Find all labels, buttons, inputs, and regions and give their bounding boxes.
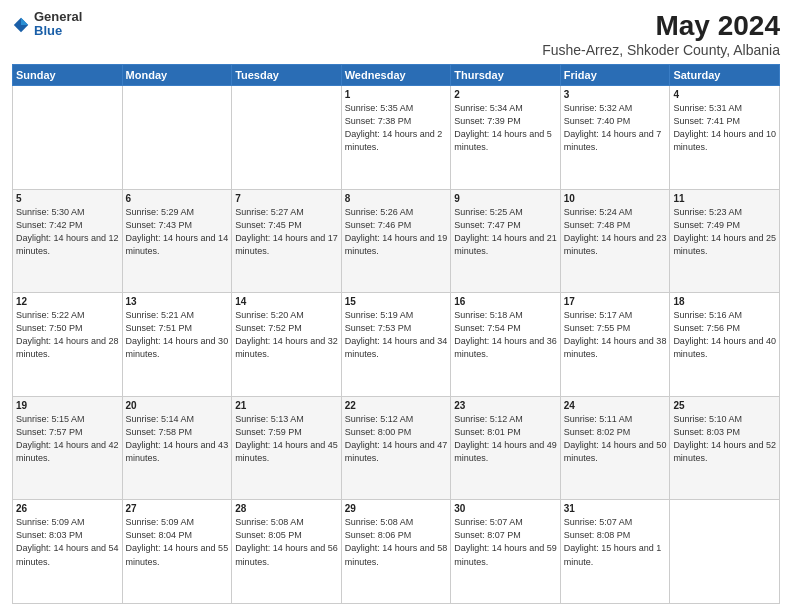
header-monday: Monday [122,65,232,86]
day-number: 9 [454,193,557,204]
cell-1-3: 8 Sunrise: 5:26 AMSunset: 7:46 PMDayligh… [341,189,451,293]
day-number: 15 [345,296,448,307]
day-number: 13 [126,296,229,307]
day-number: 2 [454,89,557,100]
day-number: 24 [564,400,667,411]
cell-3-0: 19 Sunrise: 5:15 AMSunset: 7:57 PMDaylig… [13,396,123,500]
day-info: Sunrise: 5:14 AMSunset: 7:58 PMDaylight:… [126,413,229,465]
logo-blue-text: Blue [34,24,82,38]
cell-1-4: 9 Sunrise: 5:25 AMSunset: 7:47 PMDayligh… [451,189,561,293]
day-info: Sunrise: 5:32 AMSunset: 7:40 PMDaylight:… [564,102,667,154]
day-number: 5 [16,193,119,204]
week-row-1: 5 Sunrise: 5:30 AMSunset: 7:42 PMDayligh… [13,189,780,293]
day-number: 8 [345,193,448,204]
day-number: 23 [454,400,557,411]
calendar-body: 1 Sunrise: 5:35 AMSunset: 7:38 PMDayligh… [13,86,780,604]
day-info: Sunrise: 5:07 AMSunset: 8:08 PMDaylight:… [564,516,667,568]
day-number: 21 [235,400,338,411]
cell-3-3: 22 Sunrise: 5:12 AMSunset: 8:00 PMDaylig… [341,396,451,500]
day-info: Sunrise: 5:34 AMSunset: 7:39 PMDaylight:… [454,102,557,154]
day-number: 19 [16,400,119,411]
cell-0-2 [232,86,342,190]
day-info: Sunrise: 5:07 AMSunset: 8:07 PMDaylight:… [454,516,557,568]
day-info: Sunrise: 5:08 AMSunset: 8:06 PMDaylight:… [345,516,448,568]
calendar-title: May 2024 [542,10,780,42]
day-info: Sunrise: 5:19 AMSunset: 7:53 PMDaylight:… [345,309,448,361]
calendar-table: Sunday Monday Tuesday Wednesday Thursday… [12,64,780,604]
day-number: 25 [673,400,776,411]
cell-0-6: 4 Sunrise: 5:31 AMSunset: 7:41 PMDayligh… [670,86,780,190]
header-saturday: Saturday [670,65,780,86]
day-number: 28 [235,503,338,514]
header-sunday: Sunday [13,65,123,86]
cell-4-4: 30 Sunrise: 5:07 AMSunset: 8:07 PMDaylig… [451,500,561,604]
day-number: 20 [126,400,229,411]
day-info: Sunrise: 5:31 AMSunset: 7:41 PMDaylight:… [673,102,776,154]
day-info: Sunrise: 5:17 AMSunset: 7:55 PMDaylight:… [564,309,667,361]
day-info: Sunrise: 5:35 AMSunset: 7:38 PMDaylight:… [345,102,448,154]
cell-3-6: 25 Sunrise: 5:10 AMSunset: 8:03 PMDaylig… [670,396,780,500]
day-number: 11 [673,193,776,204]
day-number: 7 [235,193,338,204]
day-number: 4 [673,89,776,100]
cell-0-0 [13,86,123,190]
cell-2-4: 16 Sunrise: 5:18 AMSunset: 7:54 PMDaylig… [451,293,561,397]
day-number: 12 [16,296,119,307]
weekday-header-row: Sunday Monday Tuesday Wednesday Thursday… [13,65,780,86]
cell-0-5: 3 Sunrise: 5:32 AMSunset: 7:40 PMDayligh… [560,86,670,190]
cell-0-3: 1 Sunrise: 5:35 AMSunset: 7:38 PMDayligh… [341,86,451,190]
day-number: 3 [564,89,667,100]
calendar-header: Sunday Monday Tuesday Wednesday Thursday… [13,65,780,86]
day-number: 17 [564,296,667,307]
cell-1-5: 10 Sunrise: 5:24 AMSunset: 7:48 PMDaylig… [560,189,670,293]
day-info: Sunrise: 5:09 AMSunset: 8:03 PMDaylight:… [16,516,119,568]
day-info: Sunrise: 5:25 AMSunset: 7:47 PMDaylight:… [454,206,557,258]
logo-icon [12,16,30,34]
calendar-subtitle: Fushe-Arrez, Shkoder County, Albania [542,42,780,58]
cell-1-0: 5 Sunrise: 5:30 AMSunset: 7:42 PMDayligh… [13,189,123,293]
day-info: Sunrise: 5:27 AMSunset: 7:45 PMDaylight:… [235,206,338,258]
day-info: Sunrise: 5:22 AMSunset: 7:50 PMDaylight:… [16,309,119,361]
cell-2-5: 17 Sunrise: 5:17 AMSunset: 7:55 PMDaylig… [560,293,670,397]
cell-1-1: 6 Sunrise: 5:29 AMSunset: 7:43 PMDayligh… [122,189,232,293]
day-info: Sunrise: 5:10 AMSunset: 8:03 PMDaylight:… [673,413,776,465]
day-info: Sunrise: 5:18 AMSunset: 7:54 PMDaylight:… [454,309,557,361]
day-number: 18 [673,296,776,307]
header-friday: Friday [560,65,670,86]
cell-4-3: 29 Sunrise: 5:08 AMSunset: 8:06 PMDaylig… [341,500,451,604]
cell-4-6 [670,500,780,604]
cell-4-5: 31 Sunrise: 5:07 AMSunset: 8:08 PMDaylig… [560,500,670,604]
logo: General Blue [12,10,82,39]
day-info: Sunrise: 5:30 AMSunset: 7:42 PMDaylight:… [16,206,119,258]
day-info: Sunrise: 5:13 AMSunset: 7:59 PMDaylight:… [235,413,338,465]
cell-2-2: 14 Sunrise: 5:20 AMSunset: 7:52 PMDaylig… [232,293,342,397]
svg-marker-1 [21,18,28,25]
day-number: 10 [564,193,667,204]
day-info: Sunrise: 5:29 AMSunset: 7:43 PMDaylight:… [126,206,229,258]
cell-0-4: 2 Sunrise: 5:34 AMSunset: 7:39 PMDayligh… [451,86,561,190]
cell-2-6: 18 Sunrise: 5:16 AMSunset: 7:56 PMDaylig… [670,293,780,397]
cell-3-5: 24 Sunrise: 5:11 AMSunset: 8:02 PMDaylig… [560,396,670,500]
cell-0-1 [122,86,232,190]
page: General Blue May 2024 Fushe-Arrez, Shkod… [0,0,792,612]
day-number: 31 [564,503,667,514]
cell-4-1: 27 Sunrise: 5:09 AMSunset: 8:04 PMDaylig… [122,500,232,604]
day-info: Sunrise: 5:24 AMSunset: 7:48 PMDaylight:… [564,206,667,258]
cell-4-0: 26 Sunrise: 5:09 AMSunset: 8:03 PMDaylig… [13,500,123,604]
week-row-0: 1 Sunrise: 5:35 AMSunset: 7:38 PMDayligh… [13,86,780,190]
title-block: May 2024 Fushe-Arrez, Shkoder County, Al… [542,10,780,58]
day-number: 22 [345,400,448,411]
day-number: 30 [454,503,557,514]
cell-3-1: 20 Sunrise: 5:14 AMSunset: 7:58 PMDaylig… [122,396,232,500]
day-info: Sunrise: 5:08 AMSunset: 8:05 PMDaylight:… [235,516,338,568]
header-thursday: Thursday [451,65,561,86]
day-info: Sunrise: 5:15 AMSunset: 7:57 PMDaylight:… [16,413,119,465]
cell-4-2: 28 Sunrise: 5:08 AMSunset: 8:05 PMDaylig… [232,500,342,604]
day-number: 1 [345,89,448,100]
cell-1-2: 7 Sunrise: 5:27 AMSunset: 7:45 PMDayligh… [232,189,342,293]
cell-2-3: 15 Sunrise: 5:19 AMSunset: 7:53 PMDaylig… [341,293,451,397]
header-tuesday: Tuesday [232,65,342,86]
day-number: 16 [454,296,557,307]
logo-text: General Blue [34,10,82,39]
header: General Blue May 2024 Fushe-Arrez, Shkod… [12,10,780,58]
